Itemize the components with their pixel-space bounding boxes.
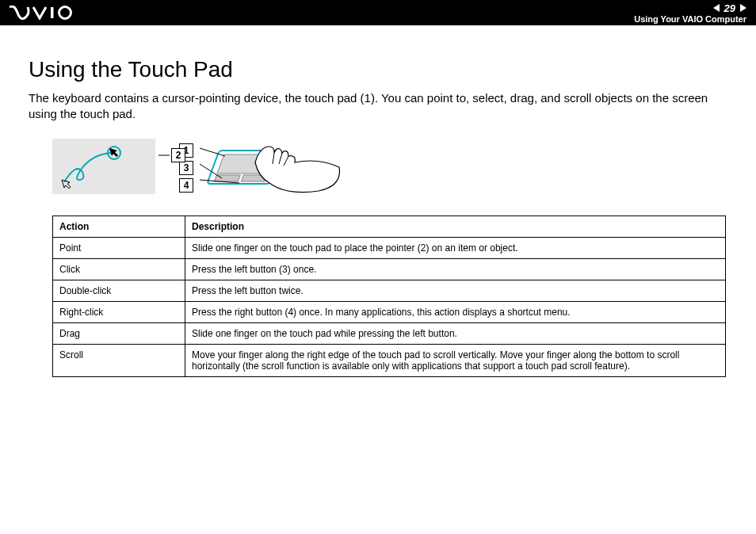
callout-pointer: 2 (171, 148, 185, 162)
intro-paragraph: The keyboard contains a cursor-pointing … (29, 90, 727, 123)
table-row: ClickPress the left button (3) once. (53, 258, 726, 280)
table-row: PointSlide one finger on the touch pad t… (53, 237, 726, 258)
table-header-description: Description (185, 216, 726, 237)
callout-left-button: 3 (179, 161, 193, 175)
nav-next-icon[interactable] (740, 4, 746, 12)
page-title: Using the Touch Pad (29, 57, 727, 82)
table-row: Double-clickPress the left button twice. (53, 280, 726, 301)
diagram-area: 2 1 3 4 (52, 139, 727, 204)
diagram-cursor-path (52, 139, 155, 194)
svg-rect-0 (51, 7, 54, 18)
nav-prev-icon[interactable] (713, 4, 720, 12)
table-header-action: Action (53, 216, 185, 237)
vaio-logo (10, 6, 81, 20)
header-section: Using Your VAIO Computer (634, 14, 746, 24)
actions-table: Action Description PointSlide one finger… (52, 216, 726, 377)
table-row: ScrollMove your finger along the right e… (53, 344, 726, 376)
callout-right-button: 4 (179, 178, 193, 193)
table-row: DragSlide one finger on the touch pad wh… (53, 322, 726, 344)
header-bar: 29 Using Your VAIO Computer (0, 0, 756, 25)
table-row: Right-clickPress the right button (4) on… (53, 301, 726, 322)
diagram-touchpad-hand (200, 139, 342, 204)
svg-point-1 (59, 7, 71, 19)
page-number: 29 (724, 2, 735, 14)
